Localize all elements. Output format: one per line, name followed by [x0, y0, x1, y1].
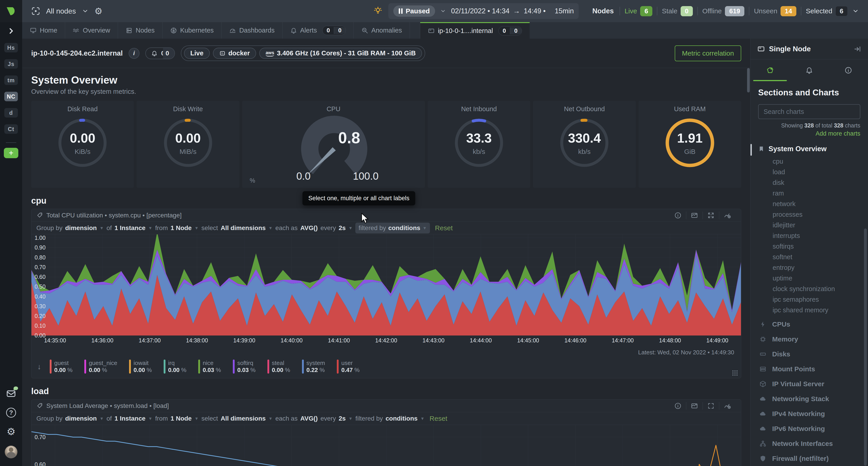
legend-item[interactable]: irq 0.00 % [164, 360, 186, 374]
cpu-chart-plot[interactable]: 1.000.900.800.700.600.500.400.300.200.10… [31, 235, 741, 337]
chart-list-item[interactable]: interrupts [773, 230, 860, 241]
expand-rail-icon[interactable] [7, 27, 15, 35]
load-chart-plot[interactable]: 0.700.600.500.40 [31, 425, 741, 466]
dimensions-dropdown[interactable]: All dimensions [221, 224, 266, 231]
search-charts-input[interactable] [758, 104, 860, 119]
chevron-down-icon[interactable] [852, 8, 859, 14]
chart-info-icon[interactable] [670, 402, 686, 409]
chart-type-icon[interactable] [686, 212, 703, 219]
legend-sort-icon[interactable]: ↓ [37, 362, 41, 371]
chart-list-item[interactable]: disk [773, 178, 860, 188]
legend-item[interactable]: iowait 0.00 % [129, 360, 152, 374]
chart-list-item[interactable]: cpu [773, 156, 860, 167]
main-scrollbar[interactable] [747, 39, 750, 466]
tab-anomalies[interactable]: Anomalies [354, 22, 410, 39]
groupby-dropdown[interactable]: dimension [65, 415, 97, 422]
paused-pill[interactable]: Paused [393, 5, 435, 17]
add-chart-icon[interactable] [719, 212, 736, 219]
scope-selector[interactable]: All nodes [46, 7, 76, 15]
gauge-net-outbound[interactable]: Net Outbound 330.4kb/s [533, 101, 636, 188]
node-info-icon[interactable]: i [129, 48, 140, 59]
tab-info-sidebar[interactable] [829, 59, 868, 81]
netdata-logo[interactable] [0, 0, 22, 22]
legend-item[interactable]: guest 0.00 % [50, 360, 72, 374]
chart-list-item[interactable]: idlejitter [773, 220, 860, 230]
sidebar-section-ipv4-networking[interactable]: IPv4 Networking [760, 406, 860, 421]
add-workspace-button[interactable]: + [4, 148, 18, 158]
workspace-tile-tm[interactable]: tm [4, 75, 18, 85]
settings-gear-icon[interactable]: ⚙ [94, 6, 103, 15]
gauge-cpu[interactable]: CPU 0.8 0.0 100.0 % [242, 101, 425, 188]
workspace-tile-hs[interactable]: Hs [4, 43, 18, 53]
instance-specs-badge[interactable]: aws 3.406 GHz (16 Cores) - 31 GiB RAM - … [259, 48, 422, 59]
chart-list-item[interactable]: network [773, 199, 860, 209]
instance-dropdown[interactable]: 1 Instance [115, 415, 146, 422]
sidebar-section-system-overview[interactable]: System Overview [758, 145, 860, 153]
chart-list-item[interactable]: ipc shared memory [773, 305, 860, 315]
filter-dropdown[interactable]: conditions [385, 415, 418, 422]
collapse-sidebar-icon[interactable] [854, 45, 861, 53]
chart-list-item[interactable]: softnet [773, 252, 860, 262]
node-counter[interactable]: Unseen 14 [747, 6, 796, 16]
node-counter[interactable]: Stale 0 [655, 6, 693, 16]
gauge-disk-read[interactable]: Disk Read 0.00KiB/s [31, 101, 134, 188]
chart-type-icon[interactable] [686, 402, 703, 409]
sidebar-section-mount-points[interactable]: Mount Points [760, 362, 860, 376]
sidebar-section-memory[interactable]: Memory [760, 332, 860, 347]
settings-icon[interactable]: ⚙ [6, 427, 16, 437]
legend-item[interactable]: guest_nice 0.00 % [84, 360, 117, 374]
resize-handle[interactable] [732, 370, 738, 376]
node-counter[interactable]: Live 6 [618, 6, 652, 16]
tab-home[interactable]: Home [22, 22, 65, 39]
gauge-used-ram[interactable]: Used RAM 1.91GiB [639, 101, 741, 188]
chart-list-item[interactable]: uptime [773, 273, 860, 284]
legend-item[interactable]: nice 0.03 % [198, 360, 221, 374]
sidebar-section-cpus[interactable]: CPUs [760, 317, 860, 332]
tab-kubernetes[interactable]: Kubernetes [162, 22, 221, 39]
dimensions-dropdown[interactable]: All dimensions [221, 415, 266, 422]
workspace-tile-ct[interactable]: Ct [4, 124, 18, 134]
node-counter[interactable]: Selected 6 [800, 6, 848, 16]
chart-list-item[interactable]: ipc semaphores [773, 294, 860, 305]
chart-list-item[interactable]: load [773, 167, 860, 178]
groupby-dropdown[interactable]: dimension [65, 224, 97, 231]
workspace-tile-d[interactable]: d [4, 108, 18, 118]
node-dropdown[interactable]: 1 Node [170, 224, 192, 231]
chevron-down-icon[interactable] [440, 8, 446, 14]
chart-info-icon[interactable] [670, 212, 686, 219]
legend-item[interactable]: user 0.47 % [337, 360, 360, 374]
metric-correlation-button[interactable]: Metric correlation [675, 45, 741, 61]
tab-alerts[interactable]: Alerts 00 [283, 22, 354, 39]
tab-alerts-sidebar[interactable] [789, 59, 829, 81]
chart-list-item[interactable]: processes [773, 209, 860, 220]
sidebar-section-ip-virtual-server[interactable]: IP Virtual Server [760, 376, 860, 392]
add-more-charts-link[interactable]: Add more charts [758, 130, 860, 137]
node-alerts-pill[interactable]: 00 [145, 48, 175, 59]
legend-item[interactable]: steal 0.00 % [268, 360, 290, 374]
legend-item[interactable]: softirq 0.03 % [233, 360, 256, 374]
add-chart-icon[interactable] [719, 402, 736, 409]
tab-overview[interactable]: Overview [65, 22, 118, 39]
chart-list-item[interactable]: softirqs [773, 241, 860, 252]
fullscreen-icon[interactable] [703, 212, 719, 219]
tab-charts[interactable] [750, 59, 789, 81]
sidebar-section-network-interfaces[interactable]: Network Interfaces [760, 436, 860, 451]
reset-button[interactable]: Reset [430, 415, 447, 423]
tab-dashboards[interactable]: Dashboards [221, 22, 282, 39]
tab-nodes[interactable]: Nodes [118, 22, 162, 39]
invite-mail-icon[interactable] [6, 388, 16, 399]
workspace-tile-nc-active[interactable]: NC [4, 92, 18, 101]
workspace-tile-js[interactable]: Js [4, 59, 18, 69]
sidebar-scrollbar[interactable] [864, 228, 867, 466]
aggregation-dropdown[interactable]: AVG() [300, 415, 318, 422]
help-icon[interactable]: ? [6, 408, 16, 417]
docker-badge[interactable]: docker [213, 48, 256, 59]
sidebar-section-firewall[interactable]: Firewall (netfilter) [760, 451, 860, 466]
tab-node-active[interactable]: ip-10-0-1....internal 00 [420, 22, 529, 39]
chart-list-item[interactable]: entropy [773, 262, 860, 273]
node-dropdown[interactable]: 1 Node [170, 415, 192, 422]
node-name[interactable]: ip-10-0-145-204.ec2.internal [31, 49, 123, 57]
legend-item[interactable]: system 0.22 % [302, 360, 325, 374]
fullscreen-icon[interactable] [703, 402, 719, 409]
gauge-disk-write[interactable]: Disk Write 0.00MiB/s [136, 101, 239, 188]
